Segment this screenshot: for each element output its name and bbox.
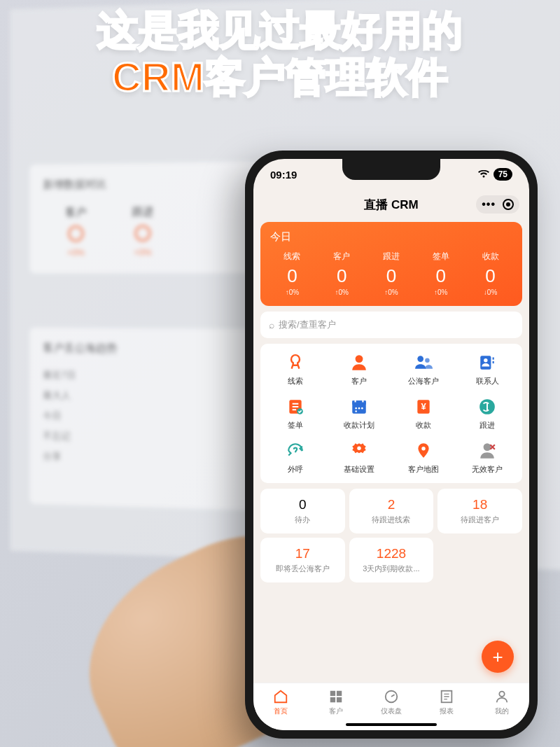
svg-point-2 xyxy=(425,358,430,363)
tab-3[interactable]: 报表 xyxy=(419,689,474,716)
promo-headline: 这是我见过最好用的 CRM客户管理软件 xyxy=(0,7,560,100)
grid-item-settings[interactable]: 基础设置 xyxy=(329,440,391,475)
follow-icon xyxy=(477,396,498,417)
tile-0[interactable]: 0待办 xyxy=(260,489,345,533)
svg-point-6 xyxy=(484,358,487,362)
tab-4[interactable]: 我的 xyxy=(474,689,529,716)
app-title: 直播 CRM xyxy=(364,197,418,213)
today-hero-card: 今日 线索0↑0%客户0↑0%跟进0↑0%签单0↑0%收款0↓0% xyxy=(260,222,522,306)
tab-icon-1 xyxy=(328,689,344,704)
hero-stat-4[interactable]: 收款0↓0% xyxy=(465,251,515,296)
tab-0[interactable]: 首页 xyxy=(253,689,309,716)
tile-1[interactable]: 2待跟进线索 xyxy=(349,489,434,533)
lead-icon xyxy=(285,352,306,373)
svg-point-18 xyxy=(358,447,361,450)
summary-tiles: 0待办2待跟进线索18待跟进客户17即将丢公海客户12283天内到期收款... xyxy=(260,489,522,582)
svg-text:¥: ¥ xyxy=(421,401,426,412)
search-placeholder: 搜索/查重客户 xyxy=(279,319,336,331)
tab-1[interactable]: 客户 xyxy=(309,689,364,716)
map-icon xyxy=(413,440,434,461)
home-indicator xyxy=(346,723,437,726)
svg-point-1 xyxy=(417,356,424,362)
hero-stat-1[interactable]: 客户0↑0% xyxy=(317,251,367,296)
svg-point-14 xyxy=(356,410,358,412)
hero-stat-0[interactable]: 线索0↑0% xyxy=(267,251,317,296)
bg-card-title: 新增数据对比 xyxy=(43,176,245,193)
tile-3[interactable]: 17即将丢公海客户 xyxy=(260,538,345,582)
payment-icon: ¥ xyxy=(413,396,434,417)
grid-item-plan[interactable]: 收款计划 xyxy=(329,396,391,431)
call-icon xyxy=(285,440,306,461)
svg-point-19 xyxy=(421,447,425,450)
more-icon[interactable]: ••• xyxy=(482,198,496,211)
search-icon: ⌕ xyxy=(269,319,274,330)
pool-icon xyxy=(413,352,434,373)
grid-item-order[interactable]: 签单 xyxy=(265,396,326,431)
phone-notch xyxy=(342,159,440,180)
tab-icon-0 xyxy=(273,689,288,704)
phone-frame: 09:19 75 直播 CRM ••• 今日 线索0↑0%客户0↑0%跟进0↑0… xyxy=(245,151,538,739)
hero-stat-2[interactable]: 跟进0↑0% xyxy=(367,251,416,296)
svg-point-11 xyxy=(356,407,358,410)
feature-grid: 线索客户公海客户联系人签单收款计划¥收款跟进外呼基础设置客户地图无效客户 xyxy=(260,344,522,483)
svg-point-0 xyxy=(356,355,363,363)
tab-2[interactable]: 仪表盘 xyxy=(364,689,419,716)
tab-icon-2 xyxy=(384,689,399,704)
close-miniapp-icon[interactable] xyxy=(503,199,514,210)
phone-screen: 09:19 75 直播 CRM ••• 今日 线索0↑0%客户0↑0%跟进0↑0… xyxy=(253,159,529,730)
grid-item-follow[interactable]: 跟进 xyxy=(457,396,519,431)
add-button[interactable]: + xyxy=(482,641,514,673)
invalid-icon xyxy=(477,440,498,461)
status-time: 09:19 xyxy=(270,169,297,181)
hero-stat-3[interactable]: 签单0↑0% xyxy=(416,251,465,296)
svg-rect-5 xyxy=(493,361,494,363)
svg-point-12 xyxy=(358,407,360,410)
svg-rect-4 xyxy=(493,357,494,359)
grid-item-map[interactable]: 客户地图 xyxy=(393,440,454,475)
svg-rect-3 xyxy=(481,356,491,370)
tile-4[interactable]: 12283天内到期收款... xyxy=(349,538,434,582)
grid-item-invalid[interactable]: 无效客户 xyxy=(457,440,519,475)
search-input[interactable]: ⌕ 搜索/查重客户 xyxy=(260,312,522,338)
contact-icon xyxy=(477,352,498,373)
tab-icon-3 xyxy=(439,689,454,704)
svg-rect-24 xyxy=(337,697,342,702)
bg-list-card: 客户丢公海趋势 最近7日 最大人 今日 不忘记 分享 xyxy=(29,328,259,510)
wifi-icon xyxy=(478,170,489,179)
order-icon xyxy=(285,396,306,417)
title-bar: 直播 CRM ••• xyxy=(253,190,529,219)
grid-item-lead[interactable]: 线索 xyxy=(265,352,326,386)
miniapp-actions[interactable]: ••• xyxy=(476,195,519,214)
plan-icon xyxy=(349,396,370,417)
tile-2[interactable]: 18待跟进客户 xyxy=(438,489,522,533)
grid-item-customer[interactable]: 客户 xyxy=(329,352,391,386)
grid-item-contact[interactable]: 联系人 xyxy=(457,352,519,386)
svg-point-20 xyxy=(484,443,491,451)
svg-point-13 xyxy=(361,407,363,410)
battery-indicator: 75 xyxy=(493,168,512,181)
settings-icon xyxy=(349,440,370,461)
svg-rect-22 xyxy=(337,691,342,696)
bg-card-title: 客户丢公海趋势 xyxy=(43,341,245,357)
grid-item-pool[interactable]: 公海客户 xyxy=(393,352,454,386)
tab-icon-4 xyxy=(494,689,510,704)
svg-rect-21 xyxy=(330,691,335,696)
grid-item-call[interactable]: 外呼 xyxy=(265,440,326,475)
svg-point-27 xyxy=(499,692,504,697)
today-label: 今日 xyxy=(267,230,515,244)
bg-stats-card: 新增数据对比 客户+0% 跟进+0% xyxy=(29,161,259,273)
svg-rect-10 xyxy=(353,400,367,404)
customer-icon xyxy=(349,352,370,373)
svg-rect-23 xyxy=(330,697,335,702)
grid-item-payment[interactable]: ¥收款 xyxy=(393,396,454,431)
